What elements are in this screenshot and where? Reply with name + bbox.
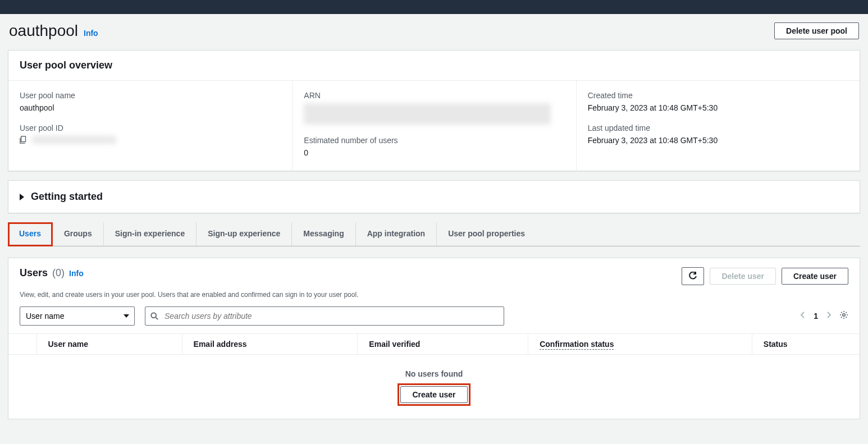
delete-user-button: Delete user xyxy=(710,268,775,285)
chevron-right-icon xyxy=(826,311,832,319)
svg-point-3 xyxy=(843,314,845,316)
est-users-label: Estimated number of users xyxy=(304,136,564,145)
caret-right-icon xyxy=(20,194,24,200)
getting-started-card: Getting started xyxy=(8,180,860,213)
tab-signup-experience[interactable]: Sign-up experience xyxy=(197,222,292,246)
tabs: Users Groups Sign-in experience Sign-up … xyxy=(8,222,860,246)
delete-user-pool-button[interactable]: Delete user pool xyxy=(774,22,859,39)
pool-id-label: User pool ID xyxy=(20,123,281,132)
updated-time-label: Last updated time xyxy=(588,123,848,132)
users-desc: View, edit, and create users in your use… xyxy=(8,291,860,306)
next-page-button[interactable] xyxy=(826,311,832,321)
getting-started-expander[interactable]: Getting started xyxy=(8,181,860,213)
copy-icon[interactable] xyxy=(20,136,28,144)
users-card: Users (0) Info Delete user Create user V… xyxy=(8,258,860,419)
svg-point-1 xyxy=(151,313,156,318)
empty-state-text: No users found xyxy=(8,369,860,378)
users-section-title: Users xyxy=(20,267,48,279)
col-username[interactable]: User name xyxy=(36,334,182,355)
arn-value-redacted xyxy=(304,103,551,125)
col-status[interactable]: Status xyxy=(752,334,860,355)
search-input[interactable] xyxy=(145,306,504,326)
est-users-value: 0 xyxy=(304,148,564,157)
svg-line-2 xyxy=(156,318,158,320)
tab-users[interactable]: Users xyxy=(8,222,53,246)
empty-create-user-button[interactable]: Create user xyxy=(400,386,467,403)
page-number: 1 xyxy=(814,312,818,321)
search-icon xyxy=(150,312,158,320)
col-email-verified[interactable]: Email verified xyxy=(358,334,528,355)
getting-started-title: Getting started xyxy=(31,191,103,203)
col-confirmation-status[interactable]: Confirmation status xyxy=(528,334,752,355)
create-user-button[interactable]: Create user xyxy=(782,268,848,285)
tab-messaging[interactable]: Messaging xyxy=(292,222,355,246)
overview-card-title: User pool overview xyxy=(8,51,860,81)
tab-app-integration[interactable]: App integration xyxy=(356,222,437,246)
tab-signin-experience[interactable]: Sign-in experience xyxy=(104,222,197,246)
prev-page-button[interactable] xyxy=(800,311,806,321)
page-title: oauthpool xyxy=(9,22,78,40)
page-header: oauthpool Info Delete user pool xyxy=(0,14,868,50)
users-info-link[interactable]: Info xyxy=(69,269,84,278)
arn-label: ARN xyxy=(304,91,564,100)
col-email[interactable]: Email address xyxy=(182,334,358,355)
refresh-button[interactable] xyxy=(682,267,704,285)
pool-name-value: oauthpool xyxy=(20,103,281,112)
tab-user-pool-properties[interactable]: User pool properties xyxy=(437,222,536,246)
tab-groups[interactable]: Groups xyxy=(53,222,104,246)
settings-button[interactable] xyxy=(839,310,848,322)
refresh-icon xyxy=(688,272,697,281)
pool-name-label: User pool name xyxy=(20,91,281,100)
created-time-label: Created time xyxy=(588,91,848,100)
svg-rect-0 xyxy=(21,136,26,142)
updated-time-value: February 3, 2023 at 10:48 GMT+5:30 xyxy=(588,136,848,145)
chevron-left-icon xyxy=(800,311,806,319)
info-link[interactable]: Info xyxy=(84,29,98,38)
users-count: (0) xyxy=(52,267,65,279)
created-time-value: February 3, 2023 at 10:48 GMT+5:30 xyxy=(588,103,848,112)
pool-id-value-redacted xyxy=(32,136,116,144)
gear-icon xyxy=(839,310,848,319)
users-table: User name Email address Email verified C… xyxy=(8,333,860,419)
overview-card: User pool overview User pool name oauthp… xyxy=(8,50,860,171)
top-nav-bar xyxy=(0,0,868,14)
attribute-select[interactable]: User name xyxy=(20,306,135,326)
